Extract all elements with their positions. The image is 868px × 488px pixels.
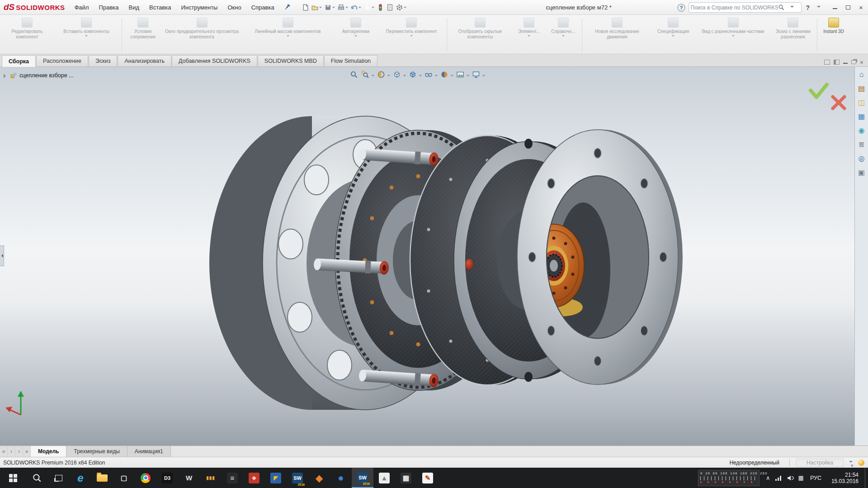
help-caret-icon[interactable] [817,6,821,9]
taskpane-subscription[interactable]: ▣ [856,167,867,178]
taskbar-icon-globe-app[interactable]: ● [330,468,352,488]
menu-view[interactable]: Вид [124,0,145,15]
zoom-area-icon[interactable] [360,70,370,80]
tab-model[interactable]: Модель [31,446,66,457]
taskbar-search-button[interactable] [26,468,48,488]
taskbar-icon-chrome[interactable] [135,468,156,488]
network-icon[interactable] [775,475,782,481]
menu-file[interactable]: Файл [70,0,94,15]
start-button[interactable] [0,468,26,488]
customize-button[interactable]: Настройка [796,459,844,467]
open-button[interactable] [311,3,323,12]
taskbar-icon-photos[interactable]: ▲ [373,468,395,488]
zoom-caret-icon[interactable] [372,75,374,78]
taskpane-forum[interactable]: ◎ [856,153,867,164]
taskpane-appearances[interactable]: ◉ [856,125,867,136]
show-desktop-button[interactable] [865,468,868,488]
taskbar-icon-store[interactable]: ▢ [113,468,135,488]
print-button[interactable] [337,3,349,12]
save-button[interactable] [324,3,336,12]
quick-tip-icon[interactable] [858,460,864,466]
save-caret-icon[interactable] [332,7,335,9]
taskbar-icon-red-app[interactable]: ◆ [243,468,265,488]
ribbon-button-instant-3d[interactable]: Instant 3D [819,16,849,54]
maximize-button[interactable] [842,2,854,13]
ribbon-button-component-preview-window[interactable]: Окно предварительного просмотра компонен… [162,16,241,54]
pane-layout-icon[interactable] [824,60,830,65]
tab-evaluate[interactable]: Анализировать [118,55,171,66]
new-document-button[interactable] [301,3,310,12]
options-gear-button[interactable] [395,3,407,12]
display-style-icon[interactable] [408,70,418,80]
undo-caret-icon[interactable] [359,7,361,9]
undo-button[interactable] [350,3,362,12]
tab-sketch[interactable]: Эскиз [89,55,117,66]
appearance-caret-icon[interactable] [451,75,453,78]
apply-scene-icon[interactable] [455,70,465,80]
taskpane-custom-properties[interactable]: ≣ [856,139,867,150]
taskbar-icon-edge[interactable]: e [70,468,91,488]
keyboard-icon[interactable]: ▦ [798,474,804,481]
help-search-box[interactable] [689,2,802,13]
taskpane-sw-resources[interactable]: ⌂ [856,69,867,80]
section-caret-icon[interactable] [387,75,390,78]
taskbar-icon-paint[interactable]: ✎ [417,468,439,488]
expand-arrow-icon[interactable] [4,74,8,78]
taskpane-view-palette[interactable]: ▦ [856,111,867,122]
doc-close-icon[interactable]: × [860,60,863,65]
pane-split-icon[interactable] [834,60,840,65]
scene-caret-icon[interactable] [467,75,469,78]
task-view-button[interactable] [48,468,70,488]
search-icon[interactable] [778,4,785,11]
ribbon-button-assembly-features[interactable]: Элемент... [512,16,546,54]
taskbar-icon-d3[interactable]: D3 [156,468,178,488]
ruler-widget[interactable]: 0 20 60 100 140 180 220 260 [698,470,760,486]
tab-addins[interactable]: Добавления SOLIDWORKS [172,55,257,66]
view-orientation-icon[interactable] [392,70,402,80]
ribbon-button-show-hidden-components[interactable]: Отобразить скрытые компоненты [448,16,512,54]
pin-menu-icon[interactable] [282,2,292,12]
menu-window[interactable]: Окно [222,0,246,15]
help-icon[interactable]: ? [677,3,686,12]
feature-tree-root[interactable]: сцепление взборе ... [4,72,74,79]
select-caret-icon[interactable] [372,7,374,9]
file-properties-button[interactable] [386,3,394,12]
close-button[interactable]: × [855,2,867,13]
model-3d-view[interactable] [0,67,854,446]
ribbon-button-smart-fasteners[interactable]: Автокрепежи [334,16,377,54]
tray-chevron-icon[interactable]: ∧ [766,474,770,481]
menu-insert[interactable]: Вставка [144,0,176,15]
ribbon-button-insert-components[interactable]: Вставить компоненты [52,16,120,54]
status-caret-icon[interactable]: ▾ [849,461,853,465]
menu-tools[interactable]: Инструменты [176,0,222,15]
ribbon-button-exploded-view[interactable]: Вид с разнесенными частями [696,16,770,54]
graphics-viewport[interactable]: сцепление взборе ... [0,67,854,446]
ribbon-button-move-component[interactable]: Переместить компонент [377,16,445,54]
view-settings-icon[interactable] [471,70,481,80]
taskbar-icon-w-app[interactable]: W [178,468,200,488]
tab-mbd[interactable]: SOLIDWORKS MBD [258,55,324,66]
rebuild-button[interactable] [376,3,385,12]
help-menu-button[interactable]: ? [806,4,826,11]
tab-scroll-last[interactable]: » [23,446,31,457]
tab-animation1[interactable]: Анимация1 [127,446,171,457]
ribbon-button-reference-geometry[interactable]: Справочн... [546,16,580,54]
ribbon-button-new-motion-study[interactable]: Новое исследование движения [584,16,651,54]
ribbon-button-bill-of-materials[interactable]: Спецификация [651,16,696,54]
tab-scroll-first[interactable]: « [0,446,8,457]
view-settings-caret-icon[interactable] [482,75,485,78]
doc-minimize-icon[interactable] [843,61,848,64]
ribbon-button-edit-component[interactable]: Редактировать компонент [2,16,52,54]
tab-3d-views[interactable]: Трехмерные виды [66,446,127,457]
zoom-fit-icon[interactable] [349,70,359,80]
ribbon-button-explode-line-sketch[interactable]: Эскиз с линиями разнесения [770,16,816,54]
volume-icon[interactable] [787,475,794,481]
panel-splitter-tab[interactable] [0,245,4,266]
hide-show-items-icon[interactable] [424,70,434,80]
taskbar-icon-file-explorer[interactable] [91,468,113,488]
tab-layout[interactable]: Расположение [36,55,88,66]
section-view-icon[interactable] [376,70,386,80]
view-orientation-caret-icon[interactable] [403,75,406,78]
ribbon-button-mate[interactable]: Условия сопряжения [123,16,162,54]
edit-appearance-icon[interactable] [439,70,449,80]
